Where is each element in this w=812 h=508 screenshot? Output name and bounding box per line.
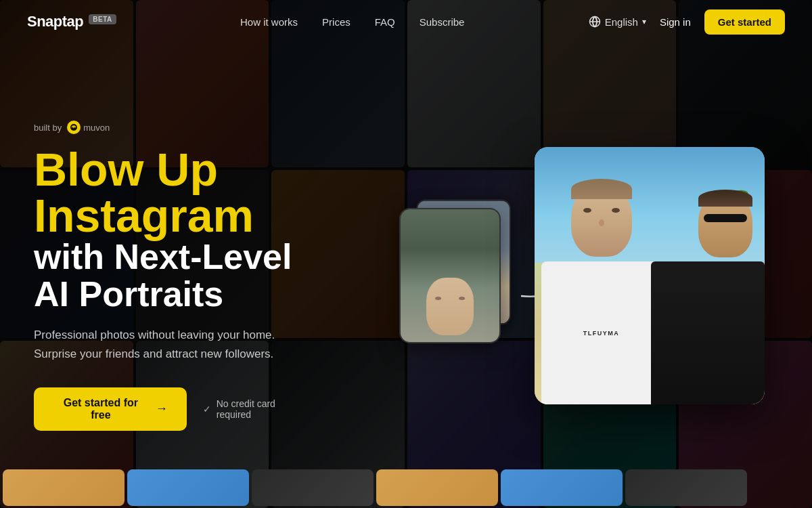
person-left-body: TLFUYMA	[541, 261, 661, 404]
left-panel: built by muvon Blow Up Instagram with Ne…	[0, 121, 338, 431]
nav-link-prices[interactable]: Prices	[322, 16, 351, 28]
transform-illustration: TLFUYMA	[379, 133, 771, 418]
arrow-icon: →	[156, 402, 168, 416]
bottom-thumb-4	[376, 469, 498, 506]
eye-right	[612, 208, 620, 213]
globe-icon	[589, 16, 601, 28]
person-right-head	[698, 192, 752, 257]
no-credit-card-notice: ✓ No credit card required	[203, 398, 311, 420]
subtitle-line2: Surprise your friends and attract new fo…	[34, 347, 273, 360]
hero-subtitle: Professional photos without leaving your…	[34, 326, 311, 362]
beta-badge: BETA	[89, 14, 116, 24]
no-credit-card-text: No credit card required	[217, 398, 311, 420]
muvon-logo: muvon	[67, 121, 110, 134]
language-label: English	[605, 16, 638, 28]
headline-line4: AI Portraits	[34, 276, 311, 313]
bottom-thumb-6	[625, 469, 747, 506]
person-nose	[599, 219, 604, 226]
bottom-thumb-3	[252, 469, 374, 506]
language-selector[interactable]: English ▾	[589, 16, 646, 28]
checkmark-icon: ✓	[203, 404, 211, 415]
right-panel: TLFUYMA	[338, 43, 812, 508]
nav-right: English ▾ Sign in Get started	[589, 9, 785, 35]
sunglasses	[704, 214, 747, 222]
bottom-strip	[0, 467, 812, 508]
nav-link-faq[interactable]: FAQ	[375, 16, 395, 28]
chevron-down-icon: ▾	[642, 17, 646, 26]
eye-left	[583, 208, 591, 213]
person-right-body	[651, 261, 765, 404]
shirt-text: TLFUYMA	[583, 330, 620, 337]
bottom-thumb-1	[3, 469, 125, 506]
phone-before-inner	[401, 209, 499, 342]
main-content: built by muvon Blow Up Instagram with Ne…	[0, 43, 812, 508]
headline-line1: Blow Up	[34, 146, 311, 192]
bottom-thumb-2	[127, 469, 249, 506]
built-by-prefix: built by	[34, 123, 62, 133]
phone-before-primary	[399, 208, 501, 343]
logo-text: Snaptap	[27, 13, 83, 30]
headline-line3: with Next-Level	[34, 238, 311, 276]
nav-link-subscribe[interactable]: Subscribe	[420, 16, 465, 28]
get-started-label: Get started for free	[53, 397, 149, 421]
built-by: built by muvon	[34, 121, 311, 134]
face-selfie	[426, 278, 474, 335]
nav-links: How it works Prices FAQ Subscribe	[240, 16, 464, 28]
muvon-brand-text: muvon	[83, 123, 110, 133]
person-left-head	[571, 182, 632, 257]
signin-button[interactable]: Sign in	[660, 16, 691, 28]
navbar: Snaptap BETA How it works Prices FAQ Sub…	[0, 0, 812, 43]
nav-link-how-it-works[interactable]: How it works	[240, 16, 298, 28]
get-started-nav-button[interactable]: Get started	[704, 9, 785, 35]
headline-line2: Instagram	[34, 192, 311, 238]
muvon-icon	[67, 121, 81, 134]
subtitle-line1: Professional photos without leaving your…	[34, 329, 275, 341]
person-left-hair	[571, 179, 632, 199]
hero-headline: Blow Up Instagram with Next-Level AI Por…	[34, 146, 311, 312]
cta-area: Get started for free → ✓ No credit card …	[34, 387, 311, 431]
portrait-background: TLFUYMA	[535, 147, 765, 404]
portrait-output: TLFUYMA	[535, 147, 765, 404]
get-started-free-button[interactable]: Get started for free →	[34, 387, 187, 431]
bottom-thumb-5	[501, 469, 623, 506]
logo-area: Snaptap BETA	[27, 13, 116, 30]
portrait-person-right	[645, 188, 765, 404]
person-right-hair	[698, 190, 752, 207]
